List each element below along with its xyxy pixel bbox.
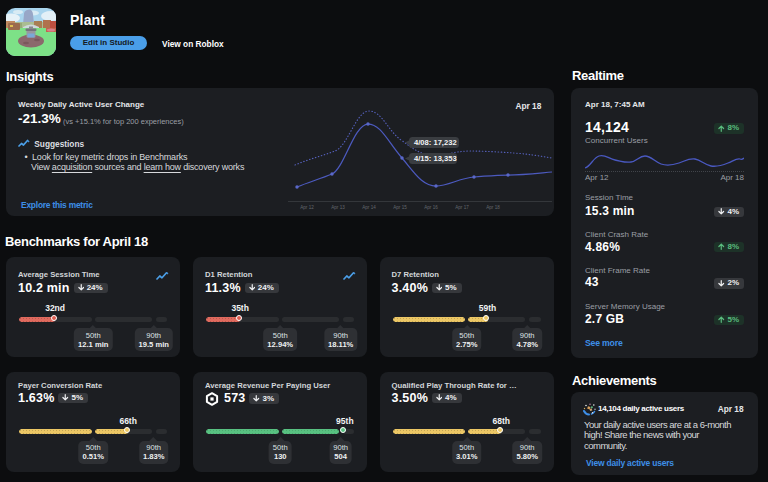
svg-text:Apr 14: Apr 14: [362, 205, 376, 210]
svg-text:Apr 15: Apr 15: [393, 205, 407, 210]
svg-text:Apr 16: Apr 16: [424, 205, 438, 210]
svg-text:Apr 13: Apr 13: [331, 205, 345, 210]
svg-text:4/08: 17,232: 4/08: 17,232: [414, 138, 457, 147]
svg-text:Apr 18: Apr 18: [486, 205, 500, 210]
svg-text:4/15: 13,353: 4/15: 13,353: [414, 154, 457, 163]
svg-text:Apr 17: Apr 17: [455, 205, 469, 210]
svg-text:Apr 12: Apr 12: [300, 205, 314, 210]
